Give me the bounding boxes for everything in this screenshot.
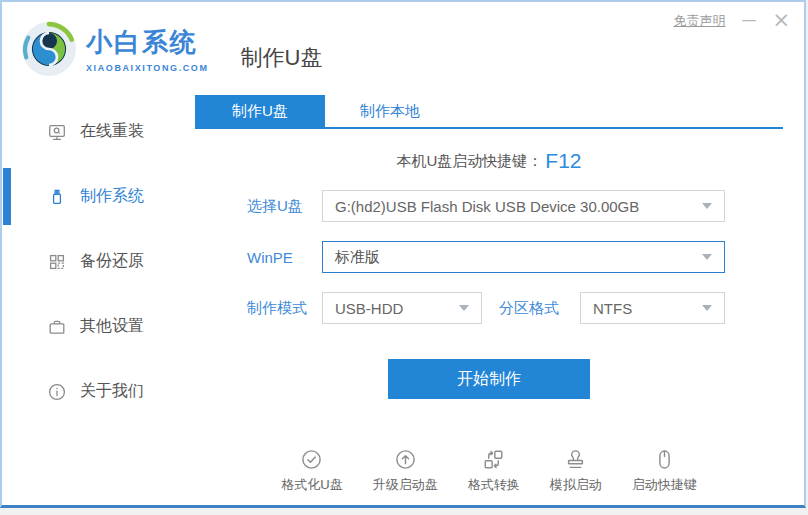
titlebar-controls: 免责声明 — × bbox=[673, 10, 790, 31]
info-circle-icon bbox=[47, 382, 67, 402]
chevron-down-icon bbox=[702, 203, 712, 209]
winpe-select-label: WinPE bbox=[247, 249, 322, 266]
sidebar-item-label: 在线重装 bbox=[80, 121, 144, 142]
briefcase-icon bbox=[47, 317, 67, 337]
usb-select-label: 选择U盘 bbox=[247, 197, 322, 216]
sidebar: 在线重装 制作系统 备份还原 bbox=[2, 95, 195, 505]
mode-select-value: USB-HDD bbox=[335, 300, 403, 317]
tool-label: 启动快捷键 bbox=[632, 476, 697, 494]
arrow-up-circle-icon bbox=[394, 448, 417, 471]
convert-squares-icon bbox=[482, 448, 505, 471]
sidebar-item-backup-restore[interactable]: 备份还原 bbox=[2, 229, 195, 294]
mode-partition-row: 制作模式 USB-HDD 分区格式 NTFS bbox=[247, 292, 783, 324]
brand-domain: XIAOBAIXITONG.COM bbox=[86, 63, 209, 73]
brand-name: 小白系统 bbox=[86, 25, 209, 60]
partition-select-value: NTFS bbox=[593, 300, 632, 317]
usb-select-dropdown[interactable]: G:(hd2)USB Flash Disk USB Device 30.00GB bbox=[322, 190, 725, 222]
tool-label: 升级启动盘 bbox=[373, 476, 438, 494]
main-content: 制作U盘 制作本地 本机U盘启动快捷键：F12 选择U盘 G:(hd2)USB … bbox=[195, 95, 804, 505]
brand-block: 小白系统 XIAOBAIXITONG.COM bbox=[86, 25, 209, 73]
mode-select-dropdown[interactable]: USB-HDD bbox=[322, 292, 482, 324]
winpe-select-row: WinPE 标准版 bbox=[247, 241, 783, 273]
active-indicator bbox=[3, 168, 11, 225]
usb-form: 选择U盘 G:(hd2)USB Flash Disk USB Device 30… bbox=[195, 190, 783, 324]
page-title: 制作U盘 bbox=[241, 43, 323, 73]
sidebar-item-label: 关于我们 bbox=[80, 381, 144, 402]
sidebar-item-make-system[interactable]: 制作系统 bbox=[2, 164, 195, 229]
boot-hotkey-line: 本机U盘启动快捷键：F12 bbox=[195, 149, 783, 175]
tab-make-usb[interactable]: 制作U盘 bbox=[195, 95, 325, 127]
mode-select-label: 制作模式 bbox=[247, 299, 322, 318]
disclaimer-link[interactable]: 免责声明 bbox=[673, 12, 725, 30]
partition-select-dropdown[interactable]: NTFS bbox=[580, 292, 725, 324]
backup-grid-icon bbox=[47, 252, 67, 272]
tab-make-local[interactable]: 制作本地 bbox=[325, 95, 455, 127]
sidebar-item-other-settings[interactable]: 其他设置 bbox=[2, 294, 195, 359]
tool-simulate-boot[interactable]: 模拟启动 bbox=[550, 448, 602, 494]
tools-bar: 格式化U盘 升级启动盘 bbox=[195, 448, 783, 494]
usb-drive-icon bbox=[47, 187, 67, 207]
winpe-select-dropdown[interactable]: 标准版 bbox=[322, 241, 725, 273]
partition-select-label: 分区格式 bbox=[499, 299, 559, 318]
winpe-select-value: 标准版 bbox=[335, 248, 380, 267]
chevron-down-icon bbox=[702, 254, 712, 260]
swirl-globe-icon bbox=[20, 20, 78, 78]
tool-label: 格式化U盘 bbox=[281, 476, 342, 494]
app-window: 免责声明 — × 小白系统 XIAOBAIXITONG.COM 制作U盘 bbox=[0, 0, 806, 508]
sidebar-item-label: 其他设置 bbox=[80, 316, 144, 337]
sidebar-item-label: 制作系统 bbox=[80, 186, 144, 207]
close-button[interactable]: × bbox=[772, 10, 790, 31]
chevron-down-icon bbox=[459, 305, 469, 311]
sidebar-item-online-reinstall[interactable]: 在线重装 bbox=[2, 99, 195, 164]
sidebar-item-about-us[interactable]: 关于我们 bbox=[2, 359, 195, 424]
usb-select-row: 选择U盘 G:(hd2)USB Flash Disk USB Device 30… bbox=[247, 190, 783, 222]
tool-boot-hotkey[interactable]: 启动快捷键 bbox=[632, 448, 697, 494]
monitor-icon bbox=[47, 122, 67, 142]
mouse-icon bbox=[653, 448, 676, 471]
usb-select-value: G:(hd2)USB Flash Disk USB Device 30.00GB bbox=[335, 198, 639, 215]
minimize-button[interactable]: — bbox=[741, 13, 756, 28]
check-circle-icon bbox=[300, 448, 323, 471]
sidebar-item-label: 备份还原 bbox=[80, 251, 144, 272]
boot-hotkey-label: 本机U盘启动快捷键： bbox=[396, 152, 542, 169]
tool-label: 格式转换 bbox=[468, 476, 520, 494]
start-make-button[interactable]: 开始制作 bbox=[388, 359, 590, 399]
tab-bar: 制作U盘 制作本地 bbox=[195, 95, 783, 129]
chevron-down-icon bbox=[702, 305, 712, 311]
tool-label: 模拟启动 bbox=[550, 476, 602, 494]
stamp-icon bbox=[564, 448, 587, 471]
app-logo: 小白系统 XIAOBAIXITONG.COM bbox=[20, 20, 209, 78]
boot-hotkey-value: F12 bbox=[545, 149, 581, 172]
tool-format-convert[interactable]: 格式转换 bbox=[468, 448, 520, 494]
tool-upgrade-boot-disk[interactable]: 升级启动盘 bbox=[373, 448, 438, 494]
tool-format-usb[interactable]: 格式化U盘 bbox=[281, 448, 342, 494]
